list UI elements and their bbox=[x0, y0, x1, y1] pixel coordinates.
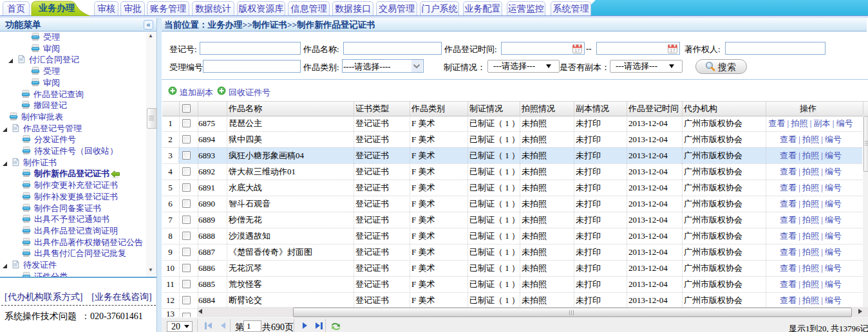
svg-text:17: 17 bbox=[670, 48, 675, 53]
svg-text:17: 17 bbox=[574, 48, 580, 53]
